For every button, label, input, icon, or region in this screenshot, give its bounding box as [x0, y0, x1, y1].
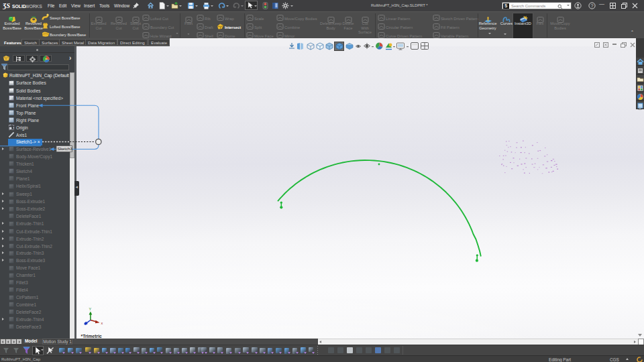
svg-text:ƷS: ƷS	[3, 2, 10, 9]
svg-text:x: x	[101, 321, 103, 325]
svg-text:SOLID: SOLID	[12, 4, 26, 9]
svg-text:?: ?	[590, 3, 593, 9]
svg-text:WORKS: WORKS	[25, 4, 42, 9]
svg-text:Y: Y	[89, 307, 92, 311]
svg-text:*Trimetric: *Trimetric	[81, 334, 103, 339]
